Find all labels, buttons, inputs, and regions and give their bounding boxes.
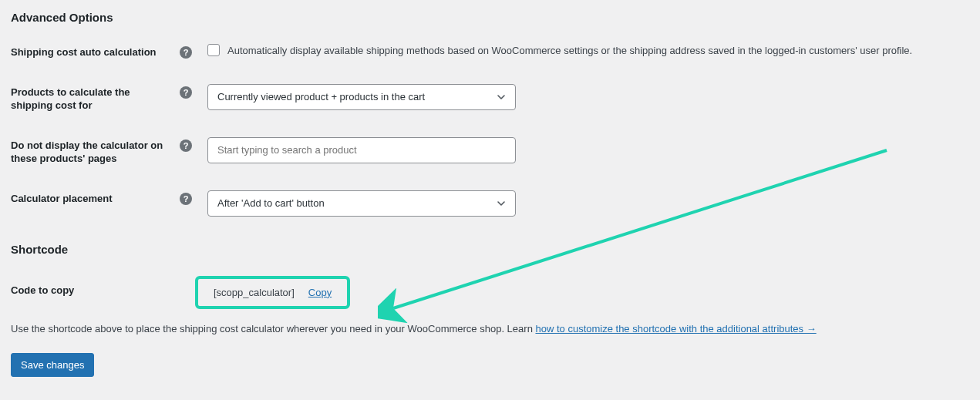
auto-calc-description: Automatically display available shipping… (227, 45, 912, 56)
customize-shortcode-link[interactable]: how to customize the shortcode with the … (535, 323, 816, 334)
products-for-label: Products to calculate the shipping cost … (11, 86, 165, 113)
exclude-products-input[interactable]: Start typing to search a product (207, 137, 516, 163)
products-for-select[interactable]: Currently viewed product + products in t… (207, 84, 516, 110)
auto-calc-label: Shipping cost auto calculation (11, 45, 157, 59)
help-icon[interactable]: ? (180, 46, 192, 59)
help-icon[interactable]: ? (180, 193, 192, 205)
help-icon[interactable]: ? (180, 86, 192, 99)
shortcode-code: [scopp_calculator] (214, 287, 295, 298)
exclude-products-placeholder: Start typing to search a product (217, 144, 357, 156)
shortcode-desc-text: Use the shortcode above to place the shi… (11, 323, 535, 334)
exclude-products-label: Do not display the calculator on these p… (11, 139, 165, 166)
help-icon[interactable]: ? (180, 139, 192, 152)
shortcode-description: Use the shortcode above to place the shi… (11, 323, 969, 334)
auto-calc-checkbox[interactable] (207, 44, 220, 56)
shortcode-box: [scopp_calculator] Copy (195, 276, 350, 309)
advanced-options-heading: Advanced Options (11, 11, 969, 24)
placement-select[interactable]: After 'Add to cart' button (207, 190, 516, 217)
placement-value: After 'Add to cart' button (217, 197, 325, 209)
code-to-copy-label: Code to copy (11, 284, 74, 297)
placement-label: Calculator placement (11, 192, 113, 206)
chevron-down-icon (497, 199, 506, 208)
products-for-value: Currently viewed product + products in t… (217, 91, 425, 103)
save-changes-button[interactable]: Save changes (11, 353, 94, 377)
copy-link[interactable]: Copy (308, 287, 332, 298)
shortcode-heading: Shortcode (11, 243, 969, 256)
chevron-down-icon (497, 92, 506, 102)
